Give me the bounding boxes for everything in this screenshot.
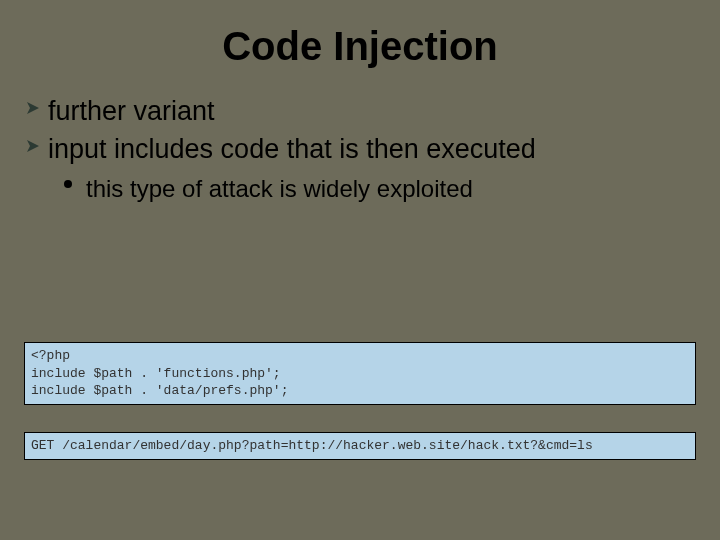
arrow-bullet-icon — [26, 133, 48, 153]
bullet-text: input includes code that is then execute… — [48, 133, 536, 167]
slide-title: Code Injection — [0, 24, 720, 69]
code-content: GET /calendar/embed/day.php?path=http://… — [24, 432, 696, 460]
bullet-text: further variant — [48, 95, 215, 129]
bullet-level1: input includes code that is then execute… — [26, 133, 700, 167]
code-block-php: <?php include $path . 'functions.php'; i… — [24, 342, 696, 405]
arrow-bullet-icon — [26, 95, 48, 115]
disc-bullet-icon — [64, 173, 86, 188]
slide: Code Injection further variant input inc… — [0, 0, 720, 540]
bullet-text: this type of attack is widely exploited — [86, 173, 473, 204]
bullet-level2: this type of attack is widely exploited — [64, 173, 700, 204]
svg-marker-1 — [27, 140, 39, 152]
bullet-list: further variant input includes code that… — [0, 95, 720, 204]
svg-marker-0 — [27, 102, 39, 114]
code-block-http: GET /calendar/embed/day.php?path=http://… — [24, 432, 696, 460]
code-content: <?php include $path . 'functions.php'; i… — [24, 342, 696, 405]
bullet-level1: further variant — [26, 95, 700, 129]
